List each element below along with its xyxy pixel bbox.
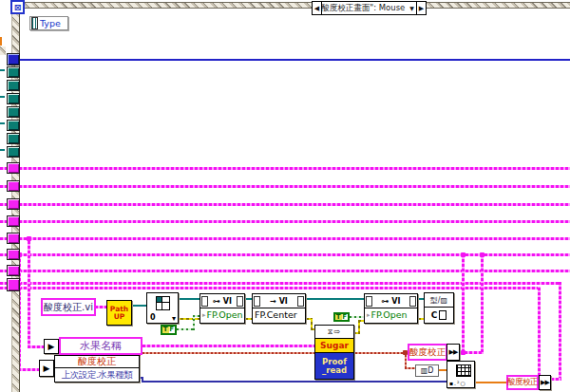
local-read-arrows[interactable]: ▶▶ [446, 344, 460, 361]
wire-bool [193, 315, 195, 330]
wire-string [142, 345, 314, 347]
invoke-method-row[interactable]: ▸ FP.Open [365, 308, 417, 321]
invoke-header: ⊶ VI [200, 294, 244, 308]
class-label: VI [391, 297, 400, 306]
local-variable-fruit-name[interactable]: 水果名稱 [59, 337, 142, 355]
acid-row1-label: 酸度校正 [78, 355, 116, 368]
wire-vi-refnum [245, 298, 252, 300]
local-read-arrows[interactable]: ▶▶ [539, 375, 551, 390]
tunnel-string[interactable] [7, 162, 20, 174]
tunnel-string[interactable] [7, 233, 20, 244]
invoke-node-fp-open-1[interactable]: ⊶ VI ▸ FP.Open [200, 293, 245, 324]
invoke-method-row[interactable]: ▸ FP.Open [200, 308, 244, 321]
tunnel-refnum[interactable] [7, 66, 20, 78]
method-glyph-icon: → [270, 297, 276, 306]
refnum-page-icon [366, 296, 372, 307]
event-data-node-label: Type [40, 18, 61, 28]
wire-string [538, 287, 541, 376]
tunnel-string[interactable] [7, 198, 20, 210]
local-write-arrow[interactable]: ▶ [39, 360, 54, 377]
wire-string [0, 167, 570, 170]
wire-junction [27, 236, 31, 241]
tunnel-refnum[interactable] [7, 133, 20, 144]
tunnel-string[interactable] [7, 180, 20, 192]
wire-string [0, 237, 570, 240]
wire-bool [193, 315, 200, 317]
close-reference-node[interactable]: 型/▨ C [424, 292, 454, 324]
subvi-glyph-icons: ⧖⇨ [315, 326, 353, 339]
invoke-header: ⊶ VI [365, 294, 417, 308]
wire-string [481, 253, 484, 352]
wire-string [0, 287, 541, 289]
invoke-header: → VI [253, 294, 305, 308]
wire-string [462, 253, 465, 352]
event-structure-corner-icon[interactable]: ⊠ [10, 0, 25, 14]
acid-mid-label: 酸度校正 [409, 346, 446, 359]
invoke-method-row[interactable]: FP.Center [253, 308, 305, 321]
method-name: FP.Open [371, 309, 408, 320]
tunnel-refnum[interactable] [7, 106, 20, 118]
tunnel-refnum[interactable] [7, 93, 20, 104]
refnum-page-icon [409, 296, 416, 307]
case-dropdown-icon[interactable]: ▼ [408, 2, 416, 14]
wire-string [559, 282, 561, 380]
tunnel-refnum[interactable] [7, 80, 20, 91]
wire-string [0, 185, 570, 188]
tunnel-string[interactable] [7, 215, 20, 227]
path-up-subvi[interactable]: Path UP [106, 300, 132, 326]
tunnel-refnum[interactable] [7, 120, 20, 131]
tunnel-string[interactable] [7, 249, 20, 260]
tunnel-refnum[interactable] [7, 146, 20, 158]
event-data-node[interactable]: Type [29, 16, 68, 30]
boolean-constant-2[interactable]: T F [333, 312, 350, 322]
front-panel-grid-icon [156, 296, 170, 310]
open-vi-reference-node[interactable]: 0 ▾ [146, 292, 179, 324]
wire-string [28, 237, 30, 348]
event-structure-top-border[interactable] [11, 2, 570, 9]
conversion-node[interactable]: ▥D [415, 364, 439, 377]
refnum-page-icon [237, 296, 243, 307]
refnum-page-icon [201, 296, 208, 307]
sugar-proofread-subvi[interactable]: ⧖⇨ Sugar Proof _read [314, 325, 354, 380]
close-ref-top-glyphs: 型/▨ [425, 293, 453, 308]
wire-orange [439, 369, 446, 371]
method-name: FP.Center [255, 309, 297, 320]
local-variable-acid-mid[interactable]: 酸度校正 [408, 344, 447, 361]
subvi-title-top: Sugar [315, 339, 353, 353]
wire-bool [350, 316, 364, 318]
local-variable-acid-bottom[interactable]: 酸度校正 [506, 375, 539, 390]
wire-junction [461, 252, 466, 257]
event-data-terminal-icon [31, 17, 38, 29]
invoke-node-fp-open-2[interactable]: ⊶ VI ▸ FP.Open [364, 293, 418, 324]
tunnel-string[interactable] [7, 265, 20, 276]
wire-stub [0, 149, 5, 151]
class-label: VI [223, 297, 232, 306]
local-variable-acid-setting[interactable]: 酸度校正 上次設定.水果種類 [54, 355, 140, 383]
event-case-label[interactable]: [18] "酸度校正畫面": Mouse Down [322, 2, 408, 14]
input-arrow-icon: ▸ [202, 311, 206, 319]
local-fruit-label: 水果名稱 [80, 339, 122, 353]
refnum-page-icon [254, 296, 260, 307]
wire-string [0, 282, 561, 285]
wire-orange [475, 382, 506, 383]
vi-name-string-constant[interactable]: 酸度校正.vi [41, 298, 96, 316]
tunnel-int[interactable] [7, 53, 20, 65]
outer-structure-fragment [0, 47, 6, 55]
next-case-button[interactable]: ▶ [416, 2, 426, 14]
event-case-name: "酸度校正畫面": Mouse Down [322, 3, 408, 14]
format-node[interactable]: ▪.²○ [446, 361, 475, 388]
wire-stub [0, 122, 5, 124]
subvi-title-bottom: Proof _read [315, 353, 353, 379]
local-write-arrow[interactable]: ▶ [44, 339, 59, 354]
invoke-node-fp-center[interactable]: → VI FP.Center [252, 293, 306, 324]
wire-string [18, 368, 39, 371]
method-glyph-icon: ⊶ [213, 297, 220, 306]
method-glyph-icon: ⊶ [382, 297, 390, 306]
boolean-constant-1[interactable]: T F [161, 325, 177, 335]
previous-case-button[interactable]: ◀ [313, 2, 322, 14]
acid-bottom-label: 酸度校正 [507, 377, 538, 388]
tunnel-string[interactable] [7, 278, 20, 291]
event-case-selector: ◀ [18] "酸度校正畫面": Mouse Down ▼ ▶ [312, 1, 427, 15]
wire-string [0, 270, 570, 272]
wire-cluster [405, 367, 415, 369]
